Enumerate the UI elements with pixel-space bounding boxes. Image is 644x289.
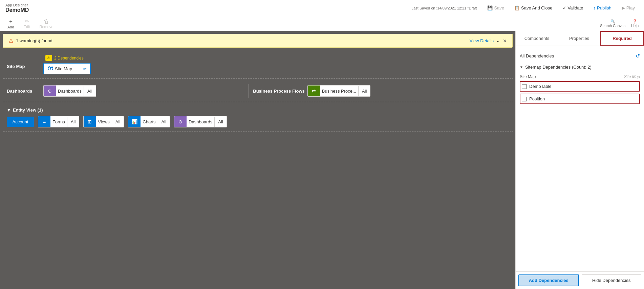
view-details-link[interactable]: View Details — [470, 38, 494, 43]
charts-card[interactable]: 📊 Charts All — [128, 116, 170, 127]
edit-icon: ✏ — [25, 18, 29, 25]
site-map-type: Site Map — [624, 74, 640, 79]
bpf-icon-area: ⇄ — [308, 86, 320, 96]
dep-section-header: Site Map Site Map — [520, 72, 640, 81]
forms-card-name: Forms — [50, 117, 67, 127]
chevron-down-icon: ⌄ — [496, 38, 500, 43]
all-dependencies-label: All Dependencies — [520, 53, 554, 58]
save-info: Last Saved on :14/09/2021 12:21 *Draft — [411, 6, 477, 10]
tab-properties[interactable]: Properties — [558, 31, 600, 46]
dashboards-label: Dashboards — [7, 89, 41, 94]
add-dependencies-button[interactable]: Add Dependencies — [518, 274, 579, 286]
dashboards-card-name: Dashboards — [56, 86, 84, 96]
dep-item-demotable: DemoTable — [520, 81, 640, 92]
charts-all-button[interactable]: All — [158, 117, 170, 127]
search-icon: 🔍 — [610, 19, 615, 24]
publish-button[interactable]: ↑ Publish — [590, 4, 615, 12]
tab-required[interactable]: Required — [600, 31, 644, 46]
entity-dash-icon: ⊙ — [178, 119, 183, 124]
warning-text: 1 warning(s) found. — [16, 38, 53, 43]
app-info: App Designer DemoMD — [5, 3, 29, 13]
sitemap-name: Site Map — [55, 66, 81, 71]
chevron-dep-icon: ▼ — [520, 65, 523, 69]
dep-label-position: Position — [529, 96, 545, 101]
entity-view-header[interactable]: ▼ Entity View (1) — [7, 107, 509, 113]
search-canvas-button[interactable]: 🔍 Search Canvas — [600, 19, 625, 28]
validate-icon: ✓ — [563, 5, 566, 10]
refresh-icon[interactable]: ↺ — [636, 53, 640, 59]
dashboards-icon-area: ⊙ — [44, 86, 56, 96]
dep-item-position: Position — [520, 94, 640, 104]
add-button[interactable]: ＋ Add — [5, 17, 16, 30]
dashboards-icon: ⊙ — [48, 88, 52, 94]
bpf-label: Business Process Flows — [253, 89, 304, 94]
account-button[interactable]: Account — [7, 117, 34, 127]
dashboards-all-button[interactable]: All — [84, 86, 95, 96]
forms-icon: ≡ — [43, 119, 46, 124]
app-name: DemoMD — [5, 7, 29, 13]
main-layout: ⚠ 1 warning(s) found. View Details ⌄ ✕ S… — [0, 31, 644, 289]
right-panel: Components Properties Required All Depen… — [515, 31, 644, 289]
views-card-name: Views — [96, 117, 112, 127]
entity-dash-icon-area: ⊙ — [174, 116, 187, 127]
edit-button[interactable]: ✏ Edit — [22, 18, 32, 29]
entity-dash-name: Dashboards — [187, 117, 215, 127]
bpf-card[interactable]: ⇄ Business Proce... All — [307, 85, 371, 97]
toolbar-left: ＋ Add ✏ Edit 🗑 Remove — [5, 17, 56, 30]
dependencies-count: 2 Dependencies — [54, 56, 84, 61]
bpf-card-name: Business Proce... — [320, 86, 359, 96]
header-actions: Last Saved on :14/09/2021 12:21 *Draft 💾… — [411, 4, 639, 12]
vertical-divider — [249, 84, 249, 98]
sitemap-content: ⚠ 2 Dependencies 🗺 Site Map ✏ — [43, 54, 91, 74]
cursor-line — [580, 107, 580, 114]
hide-dependencies-button[interactable]: Hide Dependencies — [582, 274, 642, 286]
entity-view-section: ▼ Entity View (1) Account ≡ Forms All ⊞ … — [3, 103, 513, 132]
views-card[interactable]: ⊞ Views All — [83, 116, 124, 127]
sitemap-dependencies-row[interactable]: ▼ Sitemap Dependencies (Count: 2) — [520, 62, 640, 72]
help-button[interactable]: ❓ Help — [631, 19, 639, 28]
views-all-button[interactable]: All — [112, 117, 124, 127]
validate-button[interactable]: ✓ Validate — [559, 4, 587, 12]
canvas: ⚠ 1 warning(s) found. View Details ⌄ ✕ S… — [0, 31, 515, 289]
dep-label-demotable: DemoTable — [529, 84, 552, 89]
dep-checkbox-position[interactable] — [522, 97, 527, 101]
entity-dashboards-card[interactable]: ⊙ Dashboards All — [174, 116, 227, 127]
dashboards-card[interactable]: ⊙ Dashboards All — [43, 85, 96, 97]
save-close-icon: 📋 — [514, 5, 520, 10]
forms-all-button[interactable]: All — [67, 117, 79, 127]
publish-icon: ↑ — [594, 5, 596, 10]
forms-card[interactable]: ≡ Forms All — [38, 116, 79, 127]
save-icon: 💾 — [487, 5, 493, 10]
charts-icon: 📊 — [132, 119, 137, 124]
views-icon: ⊞ — [88, 119, 92, 124]
panel-tabs: Components Properties Required — [516, 31, 644, 46]
play-button[interactable]: ▶ Play — [618, 4, 639, 12]
bpf-all-button[interactable]: All — [359, 86, 370, 96]
dep-checkbox-demotable[interactable] — [522, 84, 527, 89]
help-icon: ❓ — [632, 19, 637, 24]
entity-dash-all-button[interactable]: All — [215, 117, 226, 127]
dashboards-content: ⊙ Dashboards All — [43, 85, 244, 97]
save-and-close-button[interactable]: 📋 Save And Close — [511, 4, 556, 12]
sitemap-section-label: Site Map — [7, 54, 41, 69]
bpf-content: ⇄ Business Proce... All — [307, 85, 509, 97]
play-icon: ▶ — [622, 5, 625, 10]
sitemap-map-icon: 🗺 — [47, 66, 53, 72]
remove-button[interactable]: 🗑 Remove — [38, 18, 56, 29]
add-icon: ＋ — [8, 18, 14, 25]
sitemap-section: Site Map ⚠ 2 Dependencies 🗺 Site Map ✏ — [3, 50, 513, 79]
sitemap-box[interactable]: 🗺 Site Map ✏ — [43, 63, 91, 74]
warning-close-button[interactable]: ✕ — [503, 38, 507, 44]
sitemap-edit-icon[interactable]: ✏ — [83, 66, 87, 71]
site-map-section-label: Site Map — [520, 74, 536, 79]
entity-view-title: Entity View (1) — [13, 107, 43, 113]
sitemap-inner: Site Map ⚠ 2 Dependencies 🗺 Site Map ✏ — [7, 54, 509, 74]
tab-components[interactable]: Components — [516, 31, 558, 46]
save-button[interactable]: 💾 Save — [484, 4, 508, 12]
app-designer-label: App Designer — [5, 3, 29, 7]
top-header: App Designer DemoMD Last Saved on :14/09… — [0, 0, 644, 16]
toolbar: ＋ Add ✏ Edit 🗑 Remove 🔍 Search Canvas ❓ … — [0, 16, 644, 31]
charts-icon-area: 📊 — [128, 116, 141, 127]
panel-footer: Add Dependencies Hide Dependencies — [516, 271, 644, 289]
dependencies-badge: ⚠ 2 Dependencies — [43, 54, 91, 62]
